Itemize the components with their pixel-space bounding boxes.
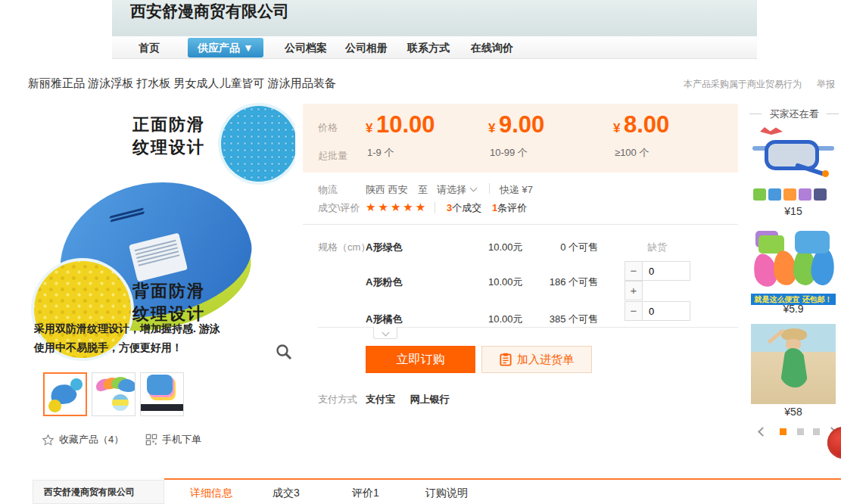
nav-contact[interactable]: 联系方式 <box>407 36 450 59</box>
add-to-cart-button[interactable]: 加入进货单 <box>481 346 592 373</box>
order-now-button[interactable]: 立即订购 <box>366 346 475 373</box>
recommended-product-3-image[interactable] <box>751 324 836 404</box>
pagination-dot-3[interactable] <box>813 428 820 435</box>
nav-products[interactable]: 供应产品 ▼ <box>188 38 263 58</box>
recommended-product-2-image[interactable]: 就是这么便宜 还包邮！ <box>751 225 836 305</box>
qty-plus-button-2[interactable]: + <box>625 281 643 300</box>
pagination-dot-2[interactable] <box>797 428 804 435</box>
nav-company-album[interactable]: 公司相册 <box>345 36 388 59</box>
shop-navbar: 首页 供应产品 ▼ 公司档案 公司相册 联系方式 在线询价 <box>112 36 757 59</box>
front-texture-closeup-image <box>221 106 295 182</box>
payment-alipay[interactable]: 支付宝 <box>366 394 395 405</box>
recommended-product-3-price: ¥58 <box>751 406 836 418</box>
logistics-origin: 陕西 西安 <box>366 183 408 197</box>
sku-out-of-stock-1: 缺货 <box>647 241 667 254</box>
sku-name-3: A形橘色 <box>366 313 402 326</box>
payment-label: 支付方式 <box>318 393 357 406</box>
nav-inquiry[interactable]: 在线询价 <box>471 36 513 59</box>
clipboard-icon <box>500 353 512 366</box>
product-image: 正面防滑 纹理设计 背面防滑 纹理设计 采用双防滑纹理设计，增加握持感. 游泳 … <box>28 98 295 371</box>
qty-minus-button-2[interactable]: − <box>625 261 643 281</box>
destination-select[interactable]: 请选择 <box>437 183 476 197</box>
magnifier-icon[interactable] <box>276 344 292 360</box>
add-to-cart-label: 加入进货单 <box>517 353 574 367</box>
mobile-order[interactable]: 手机下单 <box>145 433 201 446</box>
report-link[interactable]: 举报 <box>817 78 835 91</box>
front-caption: 正面防滑 纹理设计 <box>132 114 205 159</box>
express-fee: 快递 ¥7 <box>500 183 533 197</box>
divider <box>435 202 435 213</box>
chevron-down-icon <box>382 329 389 337</box>
feature-description: 采用双防滑纹理设计，增加握持感. 游泳 使用中不易脱手，方便更好用！ <box>34 319 220 357</box>
footer-company-name: 西安舒漫商贸有限公司 <box>33 480 164 504</box>
nav-company-profile[interactable]: 公司档案 <box>285 36 327 59</box>
rating-stars: ★★★★★ <box>366 201 428 214</box>
shop-name: 西安舒漫商贸有限公司 <box>130 1 289 22</box>
expand-sku-list-button[interactable] <box>373 327 397 339</box>
sku-name-1: A形绿色 <box>366 241 402 254</box>
pagination-dot-1[interactable] <box>780 428 786 435</box>
thumbnail-2[interactable] <box>92 372 135 416</box>
tab-detail-info[interactable]: 详细信息 <box>190 480 232 504</box>
tab-deals[interactable]: 成交3 <box>273 480 300 504</box>
back-caption: 背面防滑 纹理设计 <box>132 280 205 325</box>
sku-stock-3: 385 个可售 <box>507 313 598 326</box>
detail-tabs: 详细信息 成交3 评价1 订购说明 <box>164 478 841 504</box>
logistics-to: 至 <box>418 183 428 197</box>
thumbnail-1[interactable] <box>43 372 87 416</box>
qty-minus-button-3[interactable]: − <box>625 301 643 321</box>
qty-input-2[interactable] <box>642 261 690 281</box>
product-page: 西安舒漫商贸有限公司 首页 供应产品 ▼ 公司档案 公司相册 联系方式 在线询价… <box>0 0 841 504</box>
price-box: 价格 起批量 ¥ 10.00 1-9 个 ¥ 9.00 10-99 个 ¥ 8.… <box>303 104 738 173</box>
sku-stock-1: 0 个可售 <box>507 241 598 254</box>
mobile-order-label: 手机下单 <box>162 433 201 446</box>
shop-header-band: 西安舒漫商贸有限公司 <box>112 0 757 36</box>
payment-online-bank[interactable]: 网上银行 <box>410 394 450 405</box>
recommended-product-2-price: ¥5.9 <box>751 303 836 315</box>
tab-reviews[interactable]: 评价1 <box>352 480 379 504</box>
divider <box>303 224 738 225</box>
price-label: 价格 <box>318 121 338 135</box>
tab-order-notes[interactable]: 订购说明 <box>425 480 468 504</box>
collect-product[interactable]: 收藏产品（4） <box>42 433 123 446</box>
chevron-down-icon <box>470 185 478 192</box>
sku-name-2: A形粉色 <box>366 275 402 289</box>
divider <box>489 183 490 194</box>
recommended-product-1-image[interactable] <box>751 123 836 204</box>
trade-note: 本产品采购属于商业贸易行为 <box>684 78 802 91</box>
spec-label: 规格（cm） <box>318 241 370 254</box>
payment-methods: 支付宝 网上银行 <box>366 393 462 406</box>
batch-label: 起批量 <box>318 149 347 163</box>
qr-code-icon <box>145 434 157 446</box>
product-title: 新丽雅正品 游泳浮板 打水板 男女成人儿童皆可 游泳用品装备 <box>28 76 336 91</box>
review-count[interactable]: 1条评价 <box>492 201 527 215</box>
sidebar-prev-icon[interactable] <box>758 427 768 437</box>
qty-input-3[interactable] <box>642 301 690 321</box>
recommended-product-1-price: ¥15 <box>751 205 836 217</box>
deals-label: 成交\评价 <box>318 201 360 215</box>
deal-count[interactable]: 3个成交 <box>447 201 481 215</box>
sidebar-title: 买家还在看 <box>749 107 839 121</box>
logistics-label: 物流 <box>318 183 338 197</box>
star-outline-icon <box>42 434 55 446</box>
collect-label: 收藏产品（4） <box>59 433 123 446</box>
thumbnail-3[interactable] <box>140 372 184 416</box>
nav-home[interactable]: 首页 <box>139 36 160 59</box>
sku-stock-2: 186 个可售 <box>507 275 598 289</box>
